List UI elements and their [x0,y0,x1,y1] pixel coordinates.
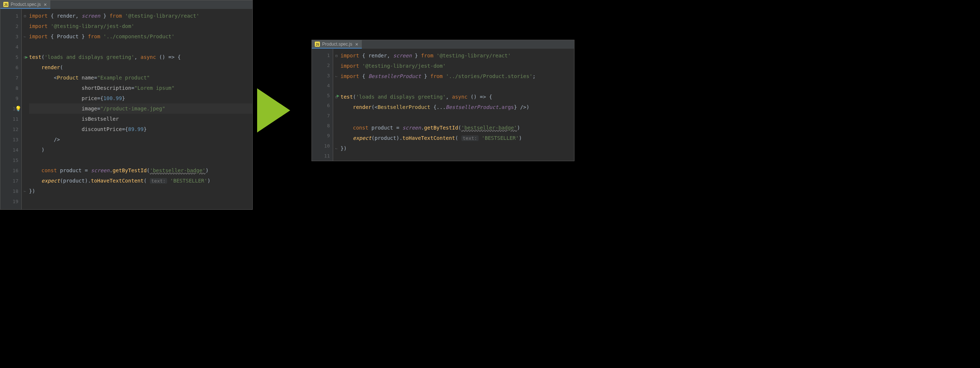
code-token: { [125,126,128,132]
gutter-line[interactable]: 13 [0,134,21,145]
gutter-line[interactable]: 4 [312,81,333,91]
code-line[interactable]: <Product name="Example product" [29,72,252,83]
code-token: text: [150,178,167,184]
code-line[interactable]: ⌙}) [29,186,252,196]
code-line[interactable]: price={100.99} [29,93,252,103]
line-number: 2 [327,62,330,68]
fold-icon[interactable]: ⊟ [336,54,337,58]
code-line[interactable]: expect(product).toHaveTextContent( text:… [29,176,252,186]
code-area[interactable]: ⊟import { render, screen } from '@testin… [333,49,574,161]
code-line[interactable] [29,196,252,206]
gutter-line[interactable]: 16 [0,165,21,176]
code-token: "Example product" [97,75,150,81]
code-line[interactable] [29,155,252,165]
code-line[interactable] [340,81,574,92]
gutter-line[interactable]: 4 [0,42,21,52]
line-number: 5 [16,54,18,60]
code-line[interactable]: shortDescription="Lorem ipsum" [29,83,252,93]
gutter-line[interactable]: 9 [0,93,21,103]
code-token: '@testing-library/jest-dom' [51,23,134,29]
code-token: ) [519,135,522,141]
code-token: , [387,53,393,59]
code-line[interactable]: render(<BestsellerProduct {...Bestseller… [340,102,574,112]
code-line[interactable]: ) [29,145,252,155]
code-area[interactable]: ⊟import { render, screen } from '@testin… [22,9,252,210]
gutter-line[interactable]: 14 [0,145,21,155]
gutter-line[interactable]: 3 [312,70,333,81]
lightbulb-icon[interactable]: 💡 [15,106,21,112]
code-token: render [368,53,387,59]
file-tab[interactable]: JS Product.spec.js × [312,40,362,49]
gutter-line[interactable]: 15 [0,155,21,165]
gutter-line[interactable]: 5▶ [0,52,21,62]
gutter-line[interactable]: 7 [0,72,21,83]
fold-icon[interactable]: ⊟ [24,14,26,18]
line-number: 10 [324,143,330,149]
gutter-line[interactable]: 8 [312,121,333,131]
code-line[interactable]: ⊟test('loads and displays greeting', asy… [340,92,574,102]
gutter-line[interactable]: 1 [312,50,333,60]
line-number: 3 [327,73,330,78]
code-line[interactable]: const product = screen.getByTestId('best… [340,123,574,133]
gutter-line[interactable]: 6 [312,101,333,110]
code-line[interactable]: expect(product).toHaveTextContent( text:… [340,133,574,143]
code-token: {... [433,104,446,110]
code-line[interactable] [340,112,574,123]
code-token: = [131,85,134,91]
close-icon[interactable]: × [355,41,359,47]
code-line[interactable]: isBestseller [29,114,252,124]
code-line[interactable]: ⌙import { BestsellerProduct } from '../s… [340,71,574,81]
code-token: < [54,75,57,81]
code-token: import [340,63,362,69]
code-line[interactable]: ⊟import { render, screen } from '@testin… [340,50,574,61]
line-number: 11 [13,116,18,122]
gutter-line[interactable]: 17 [0,176,21,186]
code-token: = [396,125,402,131]
gutter-line[interactable]: 6 [0,62,21,72]
fold-icon[interactable]: ⊟ [24,55,26,59]
code-line[interactable] [29,42,252,52]
editor-window-right: JS Product.spec.js × 12345▶67891011 ⊟imp… [312,40,574,161]
code-line[interactable]: ⊟test('loads and displays greeting', asy… [29,52,252,62]
gutter-line[interactable]: 2 [0,21,21,31]
gutter-line[interactable]: 1 [0,11,21,21]
gutter-line[interactable]: 10 [312,141,333,150]
gutter-line[interactable]: 3 [0,31,21,42]
fold-icon[interactable]: ⌙ [24,189,26,193]
code-line[interactable] [340,154,574,161]
file-tab[interactable]: JS Product.spec.js × [0,0,50,9]
gutter-line[interactable]: 12 [0,124,21,134]
code-line[interactable]: discountPrice={89.99} [29,124,252,134]
gutter-line[interactable]: 5▶ [312,91,333,101]
gutter-line[interactable]: 18 [0,186,21,196]
code-line[interactable]: ⌙}) [340,143,574,154]
close-icon[interactable]: × [43,2,48,7]
gutter-line[interactable]: 8 [0,83,21,93]
fold-icon[interactable]: ⌙ [24,35,26,38]
code-line[interactable]: const product = screen.getByTestId('best… [29,165,252,176]
gutter-line[interactable]: 11 [312,151,333,161]
code-token: Product [57,34,79,39]
line-number: 6 [327,103,330,108]
code-token: } [122,95,125,101]
code-token: } [412,53,421,59]
code-line[interactable]: /> [29,134,252,145]
fold-icon[interactable]: ⌙ [336,74,337,78]
gutter-line[interactable]: 9 [312,131,333,141]
tab-label: Product.spec.js [11,2,41,7]
code-line[interactable]: import '@testing-library/jest-dom' [29,21,252,31]
gutter-line[interactable]: 2 [312,60,333,70]
code-line[interactable]: render( [29,62,252,72]
code-line[interactable]: ⌙import { Product } from '../components/… [29,31,252,42]
code-token [29,106,81,112]
code-token: async [452,94,471,100]
fold-icon[interactable]: ⌙ [336,146,337,150]
code-token [29,95,81,101]
gutter-line[interactable]: 11 [0,114,21,124]
code-line[interactable]: ⊟import { render, screen } from '@testin… [29,11,252,21]
gutter-line[interactable]: 19 [0,196,21,206]
gutter-line[interactable]: 7 [312,111,333,121]
code-line[interactable]: 💡 image="/product-image.jpeg" [29,103,252,114]
code-line[interactable]: import '@testing-library/jest-dom' [340,61,574,71]
fold-icon[interactable]: ⊟ [336,95,337,99]
